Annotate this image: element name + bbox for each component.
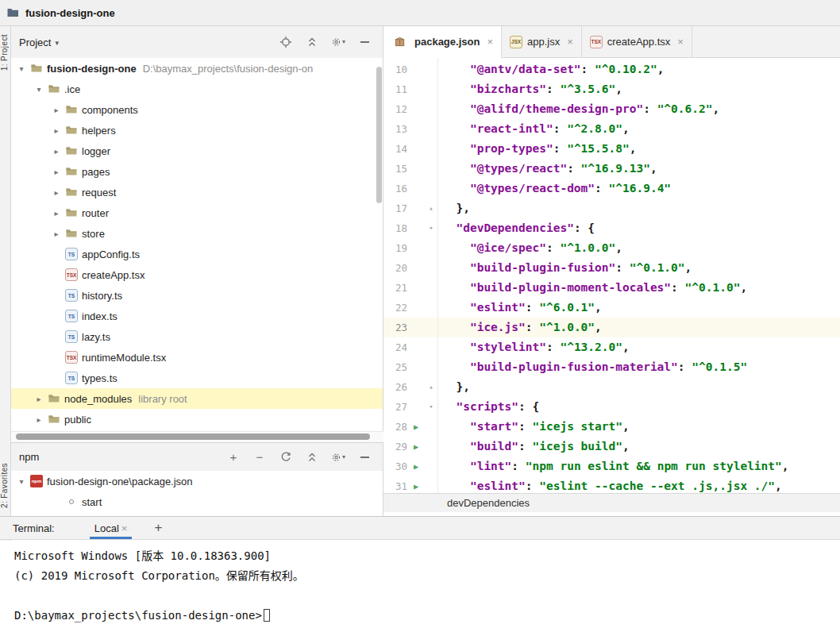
terminal-line: (c) 2019 Microsoft Corporation。保留所有权利。 <box>14 566 840 586</box>
chevron-down-icon[interactable]: ▾ <box>14 477 29 486</box>
tab-createapp-tsx[interactable]: TSX createApp.tsx × <box>582 26 692 57</box>
code-text: "@alifd/theme-design-pro": "^0.6.2", <box>437 99 719 119</box>
chevron-right-icon[interactable]: ▸ <box>49 168 64 176</box>
code-line[interactable]: 31▶ "eslint": "eslint --cache --ext .js,… <box>383 476 840 493</box>
terminal-cursor[interactable] <box>264 609 270 622</box>
tree-row[interactable]: TSlazy.ts <box>11 326 383 347</box>
tree-row[interactable]: TSXcreateApp.tsx <box>11 264 383 285</box>
tree-row[interactable]: ▾.ice <box>11 79 383 99</box>
code-line[interactable]: 22 "eslint": "^6.0.1", <box>383 298 840 318</box>
chevron-right-icon[interactable]: ▸ <box>49 126 64 135</box>
tree-item-label: components <box>82 104 138 116</box>
tool-stripe-project[interactable]: 1: Project <box>0 34 11 71</box>
code-line[interactable]: 27▾ "scripts": { <box>383 397 840 417</box>
project-panel-title[interactable]: Project <box>19 37 51 48</box>
code-line[interactable]: 26▴ }, <box>383 377 840 397</box>
code-line[interactable]: 20 "build-plugin-fusion": "^0.1.0", <box>383 258 840 278</box>
settings-gear-icon[interactable]: ▾ <box>331 35 345 49</box>
code-editor[interactable]: 10 "@antv/data-set": "^0.10.2",11 "bizch… <box>383 58 840 493</box>
tree-row[interactable]: ▸components <box>11 99 383 120</box>
folder-icon <box>65 227 78 240</box>
chevron-right-icon[interactable]: ▸ <box>49 106 64 114</box>
tree-row[interactable]: ▸store <box>11 223 383 244</box>
tree-row[interactable]: TStypes.ts <box>11 368 383 388</box>
code-line[interactable]: 19 "@ice/spec": "^1.0.0", <box>383 238 840 258</box>
refresh-icon[interactable] <box>279 450 293 464</box>
code-line[interactable]: 17▴ }, <box>383 198 840 218</box>
npm-script-row[interactable]: start <box>11 491 383 512</box>
terminal-line <box>14 586 840 606</box>
tree-row[interactable]: ▸request <box>11 182 383 202</box>
close-icon[interactable]: × <box>121 522 128 534</box>
hide-panel-icon[interactable] <box>357 35 372 49</box>
close-icon[interactable]: × <box>567 36 573 48</box>
code-line[interactable]: 12 "@alifd/theme-design-pro": "^0.6.2", <box>383 99 840 119</box>
hide-panel-icon[interactable] <box>357 450 372 464</box>
tree-row[interactable]: TSindex.ts <box>11 306 383 326</box>
tree-row[interactable]: ▸node_moduleslibrary root <box>11 388 383 409</box>
chevron-down-icon[interactable]: ▾ <box>32 85 46 94</box>
chevron-right-icon[interactable]: ▸ <box>32 415 46 424</box>
terminal-line: D:\baymax_projects\fusion-design-one> <box>14 606 840 626</box>
run-script-icon[interactable]: ▶ <box>407 476 425 493</box>
code-line[interactable]: 24 "stylelint": "^13.2.0", <box>383 337 840 357</box>
folder-icon <box>65 124 78 137</box>
new-terminal-icon[interactable]: + <box>154 520 162 536</box>
code-line[interactable]: 13 "react-intl": "^2.8.0", <box>383 119 840 139</box>
settings-gear-icon[interactable]: ▾ <box>331 450 345 464</box>
tab-package-json[interactable]: package.json × <box>383 26 502 58</box>
chevron-right-icon[interactable]: ▸ <box>49 209 64 218</box>
tree-row[interactable]: TSXruntimeModule.tsx <box>11 347 383 368</box>
add-icon[interactable]: + <box>226 450 241 464</box>
collapse-all-icon[interactable] <box>305 35 319 49</box>
ts-file-icon: TS <box>65 248 78 260</box>
chevron-down-icon[interactable]: ▾ <box>55 37 59 47</box>
code-line[interactable]: 28▶ "start": "icejs start", <box>383 417 840 437</box>
run-script-icon[interactable]: ▶ <box>407 417 425 437</box>
tree-row[interactable]: TSappConfig.ts <box>11 244 383 264</box>
code-line[interactable]: 21 "build-plugin-moment-locales": "^0.1.… <box>383 278 840 298</box>
tool-stripe-favorites[interactable]: 2: Favorites <box>0 463 11 508</box>
chevron-right-icon[interactable]: ▸ <box>49 229 64 238</box>
remove-icon[interactable]: − <box>252 450 267 464</box>
tab-app-jsx[interactable]: JSX app.jsx × <box>502 26 582 57</box>
tree-row[interactable]: ▸public <box>11 409 383 430</box>
chevron-down-icon[interactable]: ▾ <box>14 64 29 73</box>
tab-label: package.json <box>414 36 480 48</box>
code-line[interactable]: 23 "ice.js": "^1.0.0", <box>383 318 840 337</box>
run-script-icon[interactable]: ▶ <box>407 437 425 457</box>
breadcrumb[interactable]: devDependencies <box>447 497 530 509</box>
tree-row[interactable]: ▸router <box>11 202 383 223</box>
locate-file-icon[interactable] <box>279 35 293 49</box>
vertical-scrollbar[interactable] <box>376 67 382 203</box>
terminal-output[interactable]: Microsoft Windows [版本 10.0.18363.900](c)… <box>0 541 840 628</box>
code-text: }, <box>437 377 470 397</box>
chevron-right-icon[interactable]: ▸ <box>32 395 46 403</box>
run-script-icon[interactable]: ▶ <box>407 457 425 476</box>
code-line[interactable]: 14 "prop-types": "^15.5.8", <box>383 139 840 159</box>
close-icon[interactable]: × <box>677 36 684 48</box>
tree-row[interactable]: TShistory.ts <box>11 285 383 306</box>
code-line[interactable]: 11 "bizcharts": "^3.5.6", <box>383 79 840 99</box>
tree-row[interactable]: ▸logger <box>11 141 383 161</box>
code-line[interactable]: 10 "@antv/data-set": "^0.10.2", <box>383 60 840 79</box>
code-line[interactable]: 16 "@types/react-dom": "^16.9.4" <box>383 179 840 198</box>
code-line[interactable]: 30▶ "lint": "npm run eslint && npm run s… <box>383 457 840 476</box>
tree-row[interactable]: ▸pages <box>11 161 383 182</box>
tree-row[interactable]: ▾fusion-design-oneD:\baymax_projects\fus… <box>11 58 383 79</box>
collapse-all-icon[interactable] <box>305 450 319 464</box>
chevron-right-icon[interactable]: ▸ <box>49 188 64 197</box>
horizontal-scrollbar[interactable] <box>16 433 370 440</box>
tree-item-label: createApp.tsx <box>82 269 145 281</box>
tree-row[interactable]: ▸helpers <box>11 120 383 141</box>
tab-terminal-local[interactable]: Local × <box>88 517 134 539</box>
npm-script-file-row[interactable]: ▾ npm fusion-design-one\package.json <box>11 471 383 491</box>
close-icon[interactable]: × <box>487 36 493 48</box>
chevron-right-icon[interactable]: ▸ <box>49 147 64 156</box>
code-line[interactable]: 29▶ "build": "icejs build", <box>383 437 840 457</box>
code-line[interactable]: 15 "@types/react": "^16.9.13", <box>383 159 840 179</box>
code-line[interactable]: 18▾ "devDependencies": { <box>383 218 840 238</box>
code-line[interactable]: 25 "build-plugin-fusion-material": "^0.1… <box>383 357 840 377</box>
code-text: "ice.js": "^1.0.0", <box>437 318 602 337</box>
folder-icon <box>65 103 78 116</box>
